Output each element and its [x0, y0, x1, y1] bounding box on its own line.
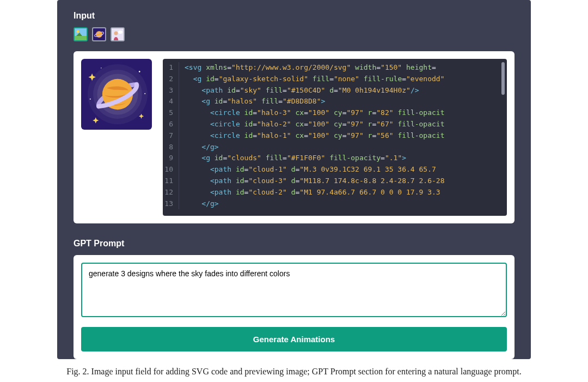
landscape-thumb[interactable] [74, 27, 88, 41]
person-icon [112, 28, 124, 40]
code-line: 5 <circle id="halo-3" cx="100" cy="97" r… [163, 107, 507, 119]
svg-point-1 [77, 31, 79, 33]
galaxy-thumb[interactable] [92, 27, 106, 41]
code-line: 7 <circle id="halo-1" cx="100" cy="97" r… [163, 130, 507, 142]
person-thumb[interactable] [111, 27, 125, 41]
code-line: 1<svg xmlns="http://www.w3.org/2000/svg"… [163, 62, 507, 74]
landscape-icon [75, 28, 87, 40]
svg-preview [81, 59, 152, 130]
thumbnail-row [74, 27, 514, 41]
prompt-textarea[interactable] [81, 263, 507, 317]
prompt-card: Generate Animations [74, 255, 514, 359]
code-line: 13 </g> [163, 198, 507, 210]
svg-point-17 [144, 93, 145, 94]
svg-point-15 [139, 71, 140, 72]
svg-point-18 [101, 68, 102, 69]
svg-point-16 [90, 99, 91, 100]
galaxy-icon [93, 28, 105, 40]
galaxy-preview-svg [81, 59, 152, 130]
code-line: 4 <g id="halos" fill="#D8D8D8"> [163, 96, 507, 107]
figure-caption: Fig. 2. Image input field for adding SVG… [0, 367, 588, 377]
svg-code-editor[interactable]: 1<svg xmlns="http://www.w3.org/2000/svg"… [163, 59, 507, 216]
input-section-label: Input [74, 11, 514, 21]
code-line: 9 <g id="clouds" fill="#F1F0F0" fill-opa… [163, 153, 507, 164]
svg-point-8 [114, 32, 118, 35]
code-line: 8 </g> [163, 142, 507, 153]
code-line: 12 <path id="cloud-2" d="M1 97.4a66.7 66… [163, 187, 507, 198]
vertical-scrollbar[interactable] [501, 62, 505, 95]
generate-button[interactable]: Generate Animations [81, 327, 507, 351]
app-panel: Input [57, 0, 531, 359]
svg-point-9 [118, 31, 122, 34]
svg-input-card: 1<svg xmlns="http://www.w3.org/2000/svg"… [74, 51, 514, 223]
code-line: 6 <circle id="halo-2" cx="100" cy="97" r… [163, 119, 507, 130]
code-line: 3 <path id="sky" fill="#150C4D" d="M0 0h… [163, 85, 507, 96]
code-line: 2 <g id="galaxy-sketch-solid" fill="none… [163, 74, 507, 85]
code-line: 11 <path id="cloud-3" d="M118.7 174.8c-8… [163, 175, 507, 187]
svg-rect-2 [75, 36, 87, 40]
code-line: 10 <path id="cloud-1" d="M.3 0v39.1C32 6… [163, 164, 507, 175]
prompt-section-label: GPT Prompt [74, 239, 514, 248]
